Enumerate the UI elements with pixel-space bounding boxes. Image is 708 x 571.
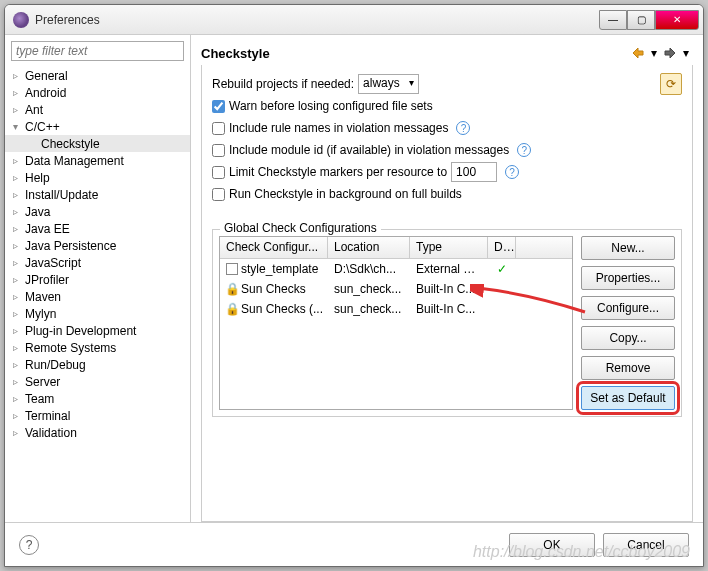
tree-item[interactable]: ▹Validation xyxy=(5,424,190,441)
include-module-label: Include module id (if available) in viol… xyxy=(229,143,509,157)
tree-item[interactable]: ▹Java EE xyxy=(5,220,190,237)
chevron-right-icon: ▹ xyxy=(13,342,25,353)
table-row[interactable]: style_templateD:\Sdk\ch...External C...✓ xyxy=(220,259,572,279)
tree-item[interactable]: ▹Android xyxy=(5,84,190,101)
tree-item[interactable]: ▹JProfiler xyxy=(5,271,190,288)
chevron-right-icon: ▹ xyxy=(13,240,25,251)
remove-button[interactable]: Remove xyxy=(581,356,675,380)
new-button[interactable]: New... xyxy=(581,236,675,260)
warn-label: Warn before losing configured file sets xyxy=(229,99,433,113)
tree-item[interactable]: ▹Java xyxy=(5,203,190,220)
tree-item[interactable]: ▹Java Persistence xyxy=(5,237,190,254)
chevron-right-icon: ▹ xyxy=(13,172,25,183)
tree-item[interactable]: ▾C/C++ xyxy=(5,118,190,135)
tree-item[interactable]: ▹Mylyn xyxy=(5,305,190,322)
chevron-right-icon: ▹ xyxy=(13,410,25,421)
preferences-dialog: Preferences — ▢ ✕ ▹General▹Android▹Ant▾C… xyxy=(4,4,704,567)
chevron-right-icon: ▾ xyxy=(13,121,25,132)
preferences-tree: ▹General▹Android▹Ant▾C/C++Checkstyle▹Dat… xyxy=(5,65,190,522)
background-checkbox[interactable] xyxy=(212,188,225,201)
minimize-button[interactable]: — xyxy=(599,10,627,30)
rebuild-label: Rebuild projects if needed: xyxy=(212,77,354,91)
chevron-right-icon: ▹ xyxy=(13,325,25,336)
chevron-right-icon: ▹ xyxy=(13,427,25,438)
filter-input[interactable] xyxy=(11,41,184,61)
config-table: Check Configur... Location Type D... sty… xyxy=(219,236,573,410)
chevron-right-icon: ▹ xyxy=(13,308,25,319)
limit-label: Limit Checkstyle markers per resource to xyxy=(229,165,447,179)
limit-checkbox[interactable] xyxy=(212,166,225,179)
window-title: Preferences xyxy=(35,13,599,27)
chevron-right-icon: ▹ xyxy=(13,155,25,166)
chevron-right-icon: ▹ xyxy=(13,70,25,81)
watermark: http://blog.csdn.net/ccboy2009 xyxy=(473,543,690,561)
tree-item[interactable]: ▹Terminal xyxy=(5,407,190,424)
col-location[interactable]: Location xyxy=(328,237,410,258)
tree-item[interactable]: Checkstyle xyxy=(5,135,190,152)
help-button[interactable]: ? xyxy=(19,535,39,555)
include-module-checkbox[interactable] xyxy=(212,144,225,157)
chevron-right-icon: ▹ xyxy=(13,189,25,200)
copy-button[interactable]: Copy... xyxy=(581,326,675,350)
chevron-right-icon: ▹ xyxy=(13,257,25,268)
back-menu-icon[interactable]: ▾ xyxy=(647,46,661,60)
include-rule-label: Include rule names in violation messages xyxy=(229,121,448,135)
maximize-button[interactable]: ▢ xyxy=(627,10,655,30)
table-row[interactable]: 🔒Sun Checkssun_check...Built-In C... xyxy=(220,279,572,299)
chevron-right-icon: ▹ xyxy=(13,393,25,404)
tree-item[interactable]: ▹Team xyxy=(5,390,190,407)
forward-icon[interactable] xyxy=(663,46,677,60)
chevron-right-icon: ▹ xyxy=(13,206,25,217)
forward-menu-icon[interactable]: ▾ xyxy=(679,46,693,60)
chevron-right-icon: ▹ xyxy=(13,104,25,115)
background-label: Run Checkstyle in background on full bui… xyxy=(229,187,462,201)
lock-icon: 🔒 xyxy=(226,283,238,295)
app-icon xyxy=(13,12,29,28)
help-icon[interactable]: ? xyxy=(517,143,531,157)
help-icon[interactable]: ? xyxy=(505,165,519,179)
document-icon xyxy=(226,263,238,275)
page-title: Checkstyle xyxy=(201,46,629,61)
col-config[interactable]: Check Configur... xyxy=(220,237,328,258)
group-label: Global Check Configurations xyxy=(220,221,381,235)
tree-item[interactable]: ▹Data Management xyxy=(5,152,190,169)
tree-item[interactable]: ▹JavaScript xyxy=(5,254,190,271)
rebuild-dropdown[interactable]: always xyxy=(358,74,419,94)
properties-button[interactable]: Properties... xyxy=(581,266,675,290)
tree-item[interactable]: ▹Ant xyxy=(5,101,190,118)
set-default-button[interactable]: Set as Default xyxy=(581,386,675,410)
content-pane: Checkstyle ▾ ▾ ⟳ Rebuild projects if nee… xyxy=(191,35,703,522)
col-default[interactable]: D... xyxy=(488,237,516,258)
close-button[interactable]: ✕ xyxy=(655,10,699,30)
reload-icon[interactable]: ⟳ xyxy=(660,73,682,95)
tree-item[interactable]: ▹Remote Systems xyxy=(5,339,190,356)
chevron-right-icon: ▹ xyxy=(13,87,25,98)
configure-button[interactable]: Configure... xyxy=(581,296,675,320)
tree-item[interactable]: ▹Install/Update xyxy=(5,186,190,203)
include-rule-checkbox[interactable] xyxy=(212,122,225,135)
chevron-right-icon: ▹ xyxy=(13,376,25,387)
chevron-right-icon: ▹ xyxy=(13,274,25,285)
warn-checkbox[interactable] xyxy=(212,100,225,113)
tree-item[interactable]: ▹Server xyxy=(5,373,190,390)
tree-item[interactable]: ▹Help xyxy=(5,169,190,186)
tree-item[interactable]: ▹General xyxy=(5,67,190,84)
back-icon[interactable] xyxy=(631,46,645,60)
tree-item[interactable]: ▹Maven xyxy=(5,288,190,305)
tree-item[interactable]: ▹Run/Debug xyxy=(5,356,190,373)
config-group: Check Configur... Location Type D... sty… xyxy=(212,229,682,417)
chevron-right-icon: ▹ xyxy=(13,291,25,302)
titlebar: Preferences — ▢ ✕ xyxy=(5,5,703,35)
lock-icon: 🔒 xyxy=(226,303,238,315)
sidebar: ▹General▹Android▹Ant▾C/C++Checkstyle▹Dat… xyxy=(5,35,191,522)
table-row[interactable]: 🔒Sun Checks (...sun_check...Built-In C..… xyxy=(220,299,572,319)
tree-item[interactable]: ▹Plug-in Development xyxy=(5,322,190,339)
chevron-right-icon: ▹ xyxy=(13,359,25,370)
limit-field[interactable] xyxy=(451,162,497,182)
col-type[interactable]: Type xyxy=(410,237,488,258)
help-icon[interactable]: ? xyxy=(456,121,470,135)
chevron-right-icon: ▹ xyxy=(13,223,25,234)
